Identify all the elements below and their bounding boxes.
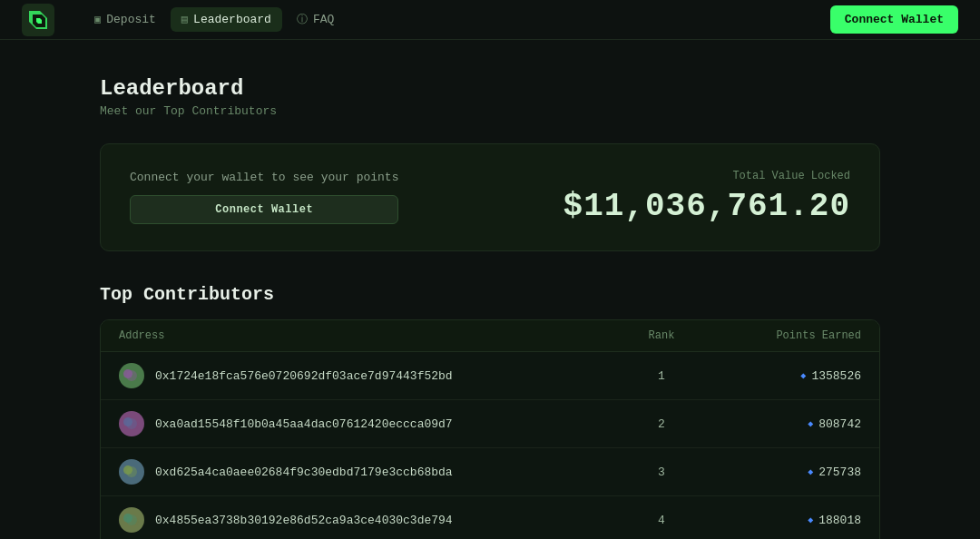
points-value: 1358526 xyxy=(811,369,861,383)
address-text: 0xd625a4ca0aee02684f9c30edbd7179e3ccb68b… xyxy=(155,466,453,479)
faq-icon: ⓘ xyxy=(297,12,308,27)
rank-cell: 3 xyxy=(607,466,716,479)
address-text: 0x4855ea3738b30192e86d52ca9a3ce4030c3de7… xyxy=(155,514,453,527)
stats-card-right: Total Value Locked $11,036,761.20 xyxy=(564,170,850,225)
nav-item-leaderboard-label: Leaderboard xyxy=(193,13,271,26)
svg-point-4 xyxy=(126,370,137,381)
address-cell: 0xd625a4ca0aee02684f9c30edbd7179e3ccb68b… xyxy=(119,459,607,485)
table-row: 0x4855ea3738b30192e86d52ca9a3ce4030c3de7… xyxy=(101,496,879,539)
rank-cell: 1 xyxy=(607,369,716,383)
nav-item-faq[interactable]: ⓘ FAQ xyxy=(286,6,345,33)
connect-wallet-card-button[interactable]: Connect Wallet xyxy=(130,195,398,224)
table-body: 0x1724e18fca576e0720692df03ace7d97443f52… xyxy=(101,352,879,539)
table-row: 0x1724e18fca576e0720692df03ace7d97443f52… xyxy=(101,352,879,400)
main-content: Leaderboard Meet our Top Contributors Co… xyxy=(0,40,980,539)
header-points: Points Earned xyxy=(716,329,861,342)
nav-item-deposit[interactable]: ▣ Deposit xyxy=(83,7,167,32)
address-text: 0x1724e18fca576e0720692df03ace7d97443f52… xyxy=(155,369,453,383)
address-cell: 0x4855ea3738b30192e86d52ca9a3ce4030c3de7… xyxy=(119,507,607,533)
table-row: 0xa0ad15548f10b0a45aa4dac07612420eccca09… xyxy=(101,400,879,448)
svg-point-12 xyxy=(126,466,137,477)
svg-point-8 xyxy=(126,418,137,429)
points-cell: ◆ 275738 xyxy=(716,466,861,479)
page-title: Leaderboard xyxy=(100,76,880,101)
avatar xyxy=(119,459,144,485)
nav-item-deposit-label: Deposit xyxy=(106,13,156,26)
diamond-icon: ◆ xyxy=(808,466,813,477)
tvl-label: Total Value Locked xyxy=(564,170,850,182)
rank-cell: 4 xyxy=(607,514,716,527)
diamond-icon: ◆ xyxy=(808,514,813,525)
leaderboard-icon: ▤ xyxy=(181,13,188,26)
nav-right: Connect Wallet xyxy=(830,5,958,34)
points-cell: ◆ 1358526 xyxy=(716,369,861,383)
logo[interactable] xyxy=(22,4,54,36)
nav-item-leaderboard[interactable]: ▤ Leaderboard xyxy=(171,7,282,32)
rank-cell: 2 xyxy=(607,417,716,431)
diamond-icon: ◆ xyxy=(808,418,813,429)
header-rank: Rank xyxy=(607,329,716,342)
header-address: Address xyxy=(119,329,607,342)
contributors-section-title: Top Contributors xyxy=(100,284,880,305)
table-header: Address Rank Points Earned xyxy=(101,320,879,352)
address-cell: 0x1724e18fca576e0720692df03ace7d97443f52… xyxy=(119,363,607,388)
stats-card: Connect your wallet to see your points C… xyxy=(100,143,880,251)
points-value: 808742 xyxy=(818,417,861,431)
svg-point-16 xyxy=(126,514,137,525)
avatar xyxy=(119,507,144,533)
address-cell: 0xa0ad15548f10b0a45aa4dac07612420eccca09… xyxy=(119,411,607,436)
points-cell: ◆ 188018 xyxy=(716,514,861,527)
diamond-icon: ◆ xyxy=(800,370,806,381)
page-subtitle: Meet our Top Contributors xyxy=(100,104,880,118)
avatar xyxy=(119,363,144,388)
navbar: ▣ Deposit ▤ Leaderboard ⓘ FAQ Connect Wa… xyxy=(0,0,980,40)
deposit-icon: ▣ xyxy=(94,13,101,26)
tvl-value: $11,036,761.20 xyxy=(564,188,850,225)
points-value: 188018 xyxy=(818,514,861,527)
contributors-table: Address Rank Points Earned 0x1724e18fca5… xyxy=(100,319,880,539)
stats-card-left: Connect your wallet to see your points C… xyxy=(130,171,398,224)
points-value: 275738 xyxy=(818,466,861,479)
table-row: 0xd625a4ca0aee02684f9c30edbd7179e3ccb68b… xyxy=(101,448,879,496)
nav-item-faq-label: FAQ xyxy=(313,13,334,26)
fuel-logo-icon xyxy=(22,4,54,36)
nav-items: ▣ Deposit ▤ Leaderboard ⓘ FAQ xyxy=(83,6,830,33)
connect-wallet-prompt: Connect your wallet to see your points xyxy=(130,171,398,184)
connect-wallet-nav-button[interactable]: Connect Wallet xyxy=(830,5,958,34)
address-text: 0xa0ad15548f10b0a45aa4dac07612420eccca09… xyxy=(155,417,453,431)
points-cell: ◆ 808742 xyxy=(716,417,861,431)
avatar xyxy=(119,411,144,436)
